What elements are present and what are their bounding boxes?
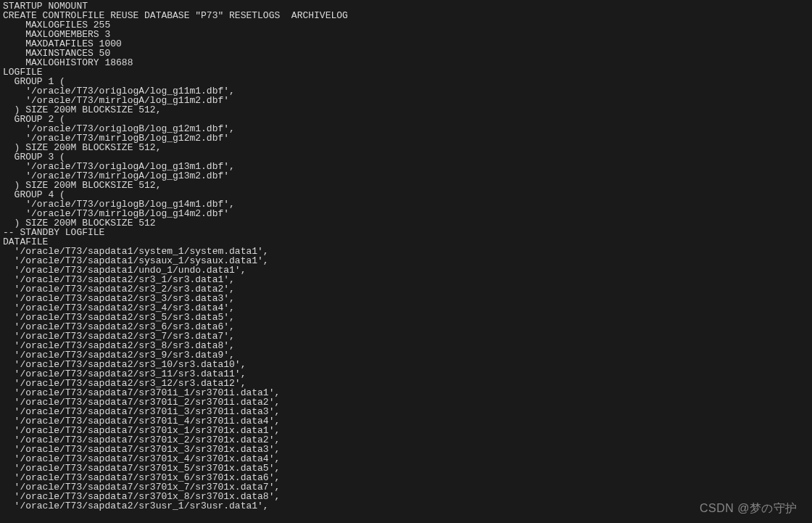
terminal-line: LOGFILE <box>3 67 809 77</box>
terminal-line: CREATE CONTROLFILE REUSE DATABASE "P73" … <box>3 11 809 20</box>
terminal-line: -- STANDBY LOGFILE <box>3 228 809 237</box>
terminal-line: ) SIZE 200M BLOCKSIZE 512, <box>3 143 809 152</box>
terminal-line: MAXLOGMEMBERS 3 <box>3 30 809 39</box>
terminal-line: MAXLOGFILES 255 <box>3 20 809 30</box>
terminal-line: ) SIZE 200M BLOCKSIZE 512, <box>3 181 809 190</box>
terminal-line: '/oracle/T73/sapdata2/sr3usr_1/sr3usr.da… <box>3 501 809 511</box>
terminal-line: MAXDATAFILES 1000 <box>3 39 809 49</box>
terminal-line: MAXLOGHISTORY 18688 <box>3 58 809 67</box>
terminal-output[interactable]: STARTUP NOMOUNTCREATE CONTROLFILE REUSE … <box>0 0 812 523</box>
terminal-line: ) SIZE 200M BLOCKSIZE 512, <box>3 105 809 115</box>
terminal-line: ) SIZE 200M BLOCKSIZE 512 <box>3 218 809 228</box>
